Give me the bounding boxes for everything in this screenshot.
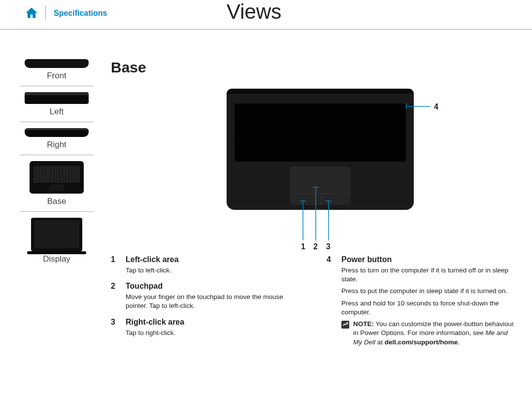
callout-right-column: 4 Power button Press to turn on the comp… bbox=[327, 255, 515, 354]
front-thumb-icon bbox=[25, 59, 89, 68]
callout-3: 3 Right-click area Tap to right-click. bbox=[111, 318, 299, 337]
sidebar-label: Right bbox=[20, 140, 94, 150]
callout-body: Press to put the computer in sleep state… bbox=[341, 287, 515, 296]
home-icon[interactable] bbox=[25, 6, 38, 22]
page-title: Views bbox=[227, 0, 281, 24]
sidebar-separator bbox=[20, 155, 94, 155]
callout-body: Move your finger on the touchpad to move… bbox=[126, 293, 299, 310]
sidebar-label: Left bbox=[20, 107, 94, 117]
sidebar-item-base[interactable]: Base bbox=[20, 161, 94, 209]
sidebar-separator bbox=[20, 122, 94, 122]
display-thumb-icon bbox=[31, 218, 82, 251]
callout-body: Tap to right-click. bbox=[126, 329, 299, 337]
main-content: Base 1 2 3 4 bbox=[111, 59, 515, 354]
sidebar-separator bbox=[20, 211, 94, 212]
left-thumb-icon bbox=[25, 92, 89, 104]
callout-title: Touchpad bbox=[126, 282, 163, 291]
sidebar-item-front[interactable]: Front bbox=[20, 59, 94, 84]
sidebar-item-left[interactable]: Left bbox=[20, 92, 94, 120]
section-title: Base bbox=[111, 59, 515, 76]
callout-body: Press to turn on the computer if it is t… bbox=[341, 266, 515, 284]
callout-1-number: 1 bbox=[301, 242, 305, 251]
right-thumb-icon bbox=[25, 128, 89, 137]
callout-body: Tap to left-click. bbox=[126, 266, 299, 275]
callout-number: 3 bbox=[111, 318, 118, 327]
callout-title: Right-click area bbox=[126, 318, 184, 327]
callout-title: Power button bbox=[341, 255, 392, 264]
callout-left-column: 1 Left-click area Tap to left-click. 2 T… bbox=[111, 255, 299, 354]
note: NOTE: You can customize the power-button… bbox=[341, 320, 515, 347]
header-bar: Specifications Views bbox=[0, 0, 532, 30]
note-icon bbox=[341, 321, 349, 329]
callout-3-number: 3 bbox=[326, 242, 331, 251]
base-thumb-icon bbox=[30, 161, 84, 194]
callout-body: Press and hold for 10 seconds to force s… bbox=[341, 299, 515, 317]
callout-number: 1 bbox=[111, 255, 118, 264]
callout-4-number: 4 bbox=[434, 102, 438, 111]
callout-number: 4 bbox=[327, 255, 333, 264]
views-sidebar: Front Left Right Base Display bbox=[20, 59, 94, 267]
specifications-link[interactable]: Specifications bbox=[54, 9, 107, 18]
callout-number: 2 bbox=[111, 282, 118, 291]
sidebar-separator bbox=[20, 86, 94, 86]
header-divider bbox=[45, 6, 46, 20]
sidebar-label: Front bbox=[20, 71, 94, 81]
sidebar-item-display[interactable]: Display bbox=[20, 218, 94, 267]
callout-2: 2 Touchpad Move your finger on the touch… bbox=[111, 282, 299, 310]
callout-4: 4 Power button Press to turn on the comp… bbox=[327, 255, 515, 347]
callout-2-number: 2 bbox=[313, 242, 318, 251]
callout-title: Left-click area bbox=[126, 255, 179, 264]
note-text: NOTE: You can customize the power-button… bbox=[353, 320, 515, 347]
sidebar-item-right[interactable]: Right bbox=[20, 128, 94, 153]
base-diagram: 1 2 3 4 bbox=[209, 89, 532, 251]
callout-1: 1 Left-click area Tap to left-click. bbox=[111, 255, 299, 275]
sidebar-label: Display bbox=[20, 254, 94, 264]
callout-overlay-icon: 1 2 3 4 bbox=[209, 89, 532, 251]
sidebar-label: Base bbox=[20, 197, 94, 206]
